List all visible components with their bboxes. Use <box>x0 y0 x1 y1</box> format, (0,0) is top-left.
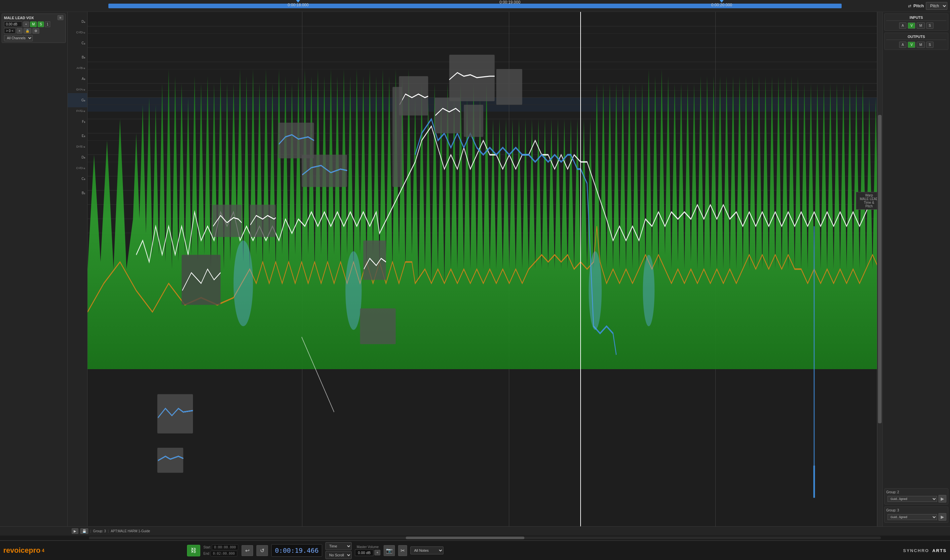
waveform-area[interactable]: Warp MALE LEAD Time & Pitch <box>88 12 882 526</box>
time-display-group: Start 0:00:00.000 End 0:02:00.000 <box>204 545 238 556</box>
group2-play-btn[interactable]: ▶ <box>938 495 946 503</box>
mute-btn[interactable]: M <box>30 22 37 27</box>
channel-row: All Channels <box>4 35 63 41</box>
bottom-save-btn[interactable]: 💾 <box>80 528 88 534</box>
pitch-label-Ds3: D♯/E♭₃ <box>68 143 87 150</box>
note-block-r4 <box>464 105 483 137</box>
main-container: 0:00:18.000 0:00:19.000 0:00:20.000 ⇄ Pi… <box>0 0 950 560</box>
pitch-label-Gs3: G♯/A♭₃ <box>68 86 87 93</box>
note-block-1 <box>449 55 495 102</box>
time-mode-select[interactable]: Time <box>325 542 352 550</box>
vertical-scrollbar[interactable] <box>877 12 882 526</box>
timeline-marker-20: 0:00:20.000 <box>711 0 732 7</box>
left-panel: MALE LEAD VOX ≡ 0.00 dB + M S 1 > 0 < + … <box>0 12 68 526</box>
undo-btn[interactable]: ↩ <box>242 545 253 556</box>
note-block-tall <box>393 87 402 187</box>
right-panel: INPUTS A V M S OUTPUTS A V M S <box>882 12 950 526</box>
track-number: 1 <box>45 22 50 27</box>
outputs-btn-m[interactable]: M <box>917 42 925 48</box>
outputs-buttons: A V M S <box>886 42 946 48</box>
inputs-section: INPUTS A V M S <box>884 14 948 31</box>
arts-text: ARTS <box>933 548 947 553</box>
pitch-header-label: Pitch <box>913 3 924 8</box>
note-block-10 <box>157 448 184 473</box>
solo-btn[interactable]: S <box>38 22 44 27</box>
pitch-dropdown[interactable]: Pitch <box>926 2 947 10</box>
pitch-label-As3: A♯/B♭₃ <box>68 65 87 72</box>
track-pos-btn[interactable]: + <box>17 28 23 34</box>
scrollbar-thumb-h[interactable] <box>406 537 525 539</box>
volume-plus-btn[interactable]: + <box>23 22 29 27</box>
master-volume-group: Master Volume 0.00 dB + <box>355 545 380 556</box>
marker-time-19: 0:00:19.000 <box>499 0 520 5</box>
pitch-label-A3: A₃ <box>68 72 87 86</box>
svg-marker-0 <box>88 69 882 369</box>
bottom-apt-label: APT:MALE HARM 1-Guide <box>111 529 150 533</box>
group3-guide-row: Guid...ligned ▶ <box>886 513 946 521</box>
pitch-label-F3: F₃ <box>68 115 87 129</box>
time-mode-group: Time No Scroll <box>325 542 352 559</box>
bottom-group-label: Group: 3 <box>93 529 106 533</box>
volume-value: 0.00 dB <box>4 22 22 27</box>
marker-time-20: 0:00:20.000 <box>711 3 732 7</box>
outputs-btn-v[interactable]: V <box>908 42 915 48</box>
track-menu-btn[interactable]: ≡ <box>57 15 63 20</box>
bottom-track-info: ▶ 💾 | Group: 3 | APT:MALE HARM 1-Guide <box>72 528 878 534</box>
pitch-labels: D₄ C♯/D♭₄ C₄ B₃ A♯/B♭₃ A₃ G♯/A♭₃ G₃ F♯/G… <box>68 12 88 526</box>
group2-guide-select[interactable]: Guid...ligned <box>888 496 937 502</box>
playhead <box>580 12 581 526</box>
lock-btn[interactable]: 🔒 <box>23 28 31 34</box>
pitch-label-B3: B₃ <box>68 50 87 65</box>
note-block-2 <box>278 123 314 158</box>
horizontal-scrollbar[interactable] <box>89 537 881 539</box>
bottom-play-btn[interactable]: ▶ <box>72 528 78 534</box>
group2-section: Group: 2 Guid...ligned ▶ <box>884 488 948 505</box>
outputs-btn-s[interactable]: S <box>926 42 934 48</box>
track-controls: 0.00 dB + M S 1 <box>4 22 63 27</box>
pitch-label-C3: C₃ <box>68 172 87 186</box>
all-notes-group: All Notes <box>410 546 443 554</box>
scissors-btn[interactable]: ✂ <box>398 545 407 556</box>
warp-marker-3 <box>589 251 602 330</box>
camera-btn[interactable]: 📷 <box>384 545 395 556</box>
pitch-label-Fs3: F♯/G♭₃ <box>68 107 87 115</box>
start-label: Start <box>204 546 210 549</box>
bottom-separator-2: | <box>108 529 109 533</box>
track-name: MALE LEAD VOX <box>4 16 34 20</box>
scroll-mode-select[interactable]: No Scroll <box>325 551 352 559</box>
settings-btn[interactable]: ⚙ <box>32 28 39 34</box>
redo-btn[interactable]: ↺ <box>256 545 268 556</box>
inputs-btn-m[interactable]: M <box>917 23 925 29</box>
inputs-btn-a[interactable]: A <box>899 23 907 29</box>
track-title-row: MALE LEAD VOX ≡ <box>4 15 63 20</box>
channel-select[interactable]: All Channels <box>4 35 33 41</box>
group3-guide-select[interactable]: Guid...ligned <box>888 514 937 520</box>
group2-guide-row: Guid...ligned ▶ <box>886 495 946 503</box>
group3-play-btn[interactable]: ▶ <box>938 513 946 521</box>
master-vol-label: Master Volume <box>356 545 379 549</box>
end-label: End <box>204 552 210 555</box>
pitch-header-icon: ⇄ <box>908 4 911 8</box>
group3-row: Group: 3 <box>886 509 946 512</box>
content-row: MALE LEAD VOX ≡ 0.00 dB + M S 1 > 0 < + … <box>0 12 950 526</box>
link-btn[interactable]: ⛓ <box>187 545 200 556</box>
outputs-btn-a[interactable]: A <box>899 42 907 48</box>
synchro-arts-logo: SYNCHRO ARTS <box>903 548 947 553</box>
logo-area: revoicepro4 <box>3 546 44 555</box>
logo-version: 4 <box>42 548 45 553</box>
pitch-label-Cs3: C♯/D♭₃ <box>68 165 87 172</box>
scrollbar-thumb-v[interactable] <box>878 115 882 424</box>
pitch-label-B2: B₂ <box>68 186 87 200</box>
master-vol-up-btn[interactable]: + <box>375 550 380 555</box>
outputs-title: OUTPUTS <box>886 35 946 40</box>
end-time-row: End 0:02:00.000 <box>204 551 238 556</box>
scrollbar-row <box>0 535 950 540</box>
inputs-btn-v[interactable]: V <box>908 23 915 29</box>
inputs-btn-s[interactable]: S <box>926 23 934 29</box>
master-vol-value: 0.00 dB <box>355 549 373 556</box>
group3-section: Group: 3 Guid...ligned ▶ <box>884 506 948 523</box>
waveform-svg <box>88 12 882 526</box>
pitch-label-D3: D₃ <box>68 150 87 165</box>
all-notes-select[interactable]: All Notes <box>410 546 443 554</box>
right-spacer <box>884 52 948 488</box>
